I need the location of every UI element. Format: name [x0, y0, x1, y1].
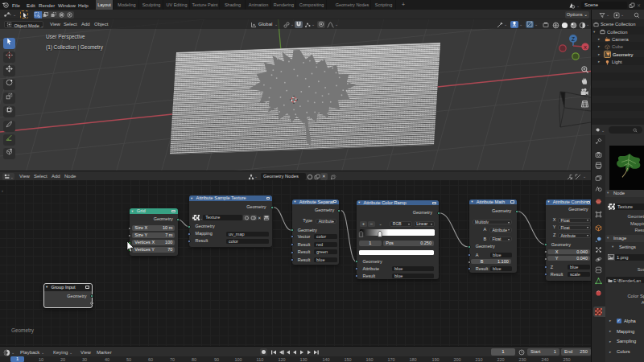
svg-text:Z: Z: [572, 36, 575, 42]
svg-text:X: X: [584, 45, 587, 50]
